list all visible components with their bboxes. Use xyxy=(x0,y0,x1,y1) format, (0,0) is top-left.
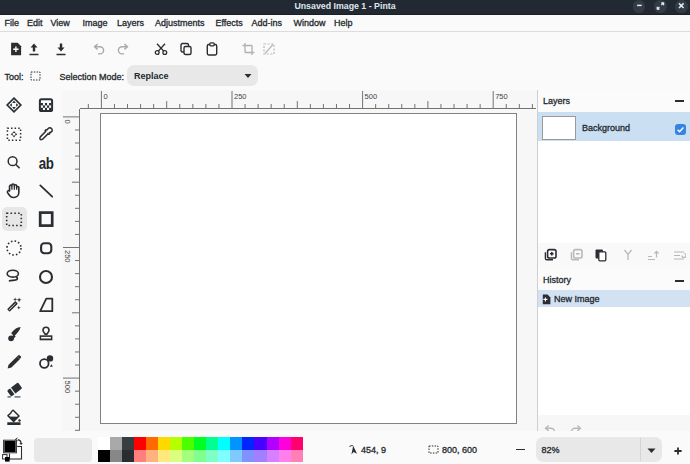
svg-text:500: 500 xyxy=(364,92,377,101)
svg-text:500: 500 xyxy=(63,381,72,394)
svg-text:250: 250 xyxy=(234,92,247,101)
svg-text:750: 750 xyxy=(495,92,508,101)
svg-text:0: 0 xyxy=(63,119,72,123)
svg-text:250: 250 xyxy=(63,250,72,263)
svg-text:0: 0 xyxy=(103,92,107,101)
